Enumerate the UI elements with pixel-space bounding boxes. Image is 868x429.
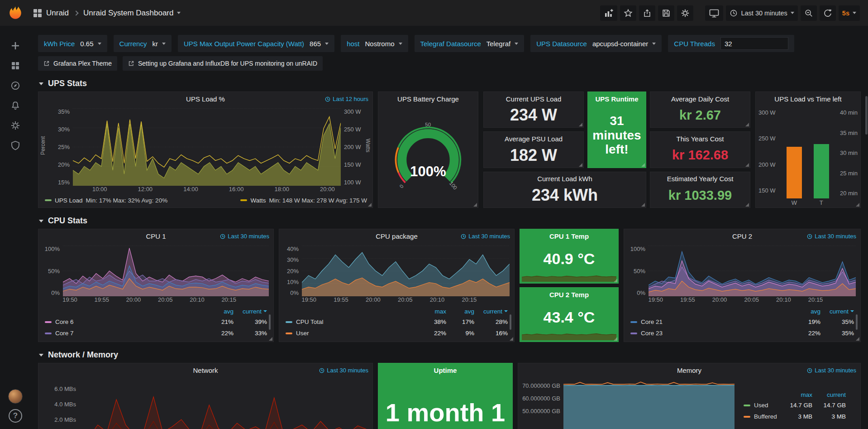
bar-time-left[interactable] <box>814 144 829 198</box>
cpu-threads-input[interactable] <box>720 37 788 50</box>
time-range-picker[interactable]: Last 30 minutes <box>726 5 797 21</box>
legend-series-toggle[interactable]: Core 23 <box>630 330 792 337</box>
panel-title[interactable]: Uptime <box>434 366 457 374</box>
sidebar-item-dashboards[interactable] <box>5 56 25 76</box>
sidebar-item-server-admin[interactable] <box>5 135 25 155</box>
cycle-view-mode-button[interactable] <box>705 5 723 21</box>
legend-sort-max[interactable]: max <box>418 308 446 315</box>
dashboard-link-grafana-plex-theme[interactable]: Grafana Plex Theme <box>38 56 117 71</box>
legend-sort-max[interactable]: max <box>779 391 812 398</box>
save-dashboard-button[interactable] <box>658 5 674 21</box>
section-header-network-memory[interactable]: Network / Memory <box>39 350 861 360</box>
add-panel-button[interactable] <box>600 5 617 21</box>
legend-scrollbar[interactable] <box>856 314 858 330</box>
share-dashboard-button[interactable] <box>639 5 655 21</box>
legend-series-toggle[interactable]: Core 6 <box>45 318 205 325</box>
panel-title[interactable]: UPS Load % <box>186 95 225 103</box>
panel-title[interactable]: Current UPS Load <box>506 95 562 103</box>
variable-value-dropdown[interactable]: 865 <box>310 40 329 48</box>
sidebar-item-create[interactable] <box>5 36 25 56</box>
panel-title[interactable]: CPU package <box>376 232 418 240</box>
variable-value-dropdown[interactable]: 0.65 <box>80 40 101 48</box>
ups-stats-row: UPS Load % Last 12 hours Percent 35%30%2… <box>38 92 861 208</box>
star-dashboard-button[interactable] <box>620 5 636 21</box>
chart-area: 40%30%20%10%0% <box>279 243 514 296</box>
sidebar-item-configuration[interactable] <box>5 116 25 135</box>
legend-marker <box>744 416 750 418</box>
refresh-button[interactable] <box>820 5 836 21</box>
legend-series-toggle[interactable]: Buffered <box>744 413 779 420</box>
cpu1-chart-plot[interactable] <box>63 246 269 296</box>
legend-sort-avg[interactable]: avg <box>205 308 234 315</box>
section-header-cpu-stats[interactable]: CPU Stats <box>39 216 861 226</box>
legend-series-toggle[interactable]: CPU Total <box>286 318 418 325</box>
panel-title[interactable]: CPU 1 Temp <box>549 232 589 240</box>
panel-title[interactable]: UPS Battery Charge <box>397 95 459 103</box>
panel-legend: avg current Core 21 19% 35% Core 23 22% … <box>630 306 854 339</box>
panel-title[interactable]: CPU 2 <box>732 232 752 240</box>
panel-title[interactable]: Estimated Yearly Cost <box>667 175 734 183</box>
legend-series-toggle[interactable]: Core 7 <box>45 330 205 337</box>
panel-title[interactable]: UPS Runtime <box>595 95 638 103</box>
cpu-package-chart-plot[interactable] <box>302 246 510 296</box>
panel-current-ups-load: Current UPS Load 234 W <box>483 92 584 128</box>
x-axis: 19:50 19:55 20:00 20:05 20:10 20:15 <box>64 296 269 305</box>
legend-series-toggle[interactable]: Core 21 <box>630 318 792 325</box>
help-button[interactable]: ? <box>9 409 22 423</box>
cpu2-chart-plot[interactable] <box>649 246 856 296</box>
legend-series-ups-load[interactable]: UPS Load Min: 17% Max: 32% Avg: 20% <box>45 197 167 204</box>
panel-title[interactable]: CPU 1 <box>146 232 166 240</box>
legend-sort-avg[interactable]: avg <box>792 308 820 315</box>
legend-scrollbar[interactable] <box>269 314 271 330</box>
legend-series-toggle[interactable]: Used <box>744 402 779 409</box>
page-scrollbar[interactable] <box>865 96 868 135</box>
panel-title[interactable]: Average Daily Cost <box>671 95 729 103</box>
dashboard-title-dropdown[interactable]: Unraid System Dashboard <box>83 9 181 18</box>
grafana-logo[interactable] <box>0 0 31 26</box>
panel-cpu-1: CPU 1 Last 30 minutes 100%50%0% 19:5 <box>38 229 274 342</box>
dashboard-link-ups-monitoring-guide[interactable]: Setting up Grafana and InfluxDB for UPS … <box>123 56 323 71</box>
legend-sort-current[interactable]: current <box>234 308 267 315</box>
memory-chart-plot[interactable] <box>563 380 734 429</box>
panel-title[interactable]: Average PSU Load <box>505 135 563 143</box>
panel-title[interactable]: Current Load kWh <box>537 175 592 183</box>
stat-value: 234 W <box>510 106 557 124</box>
panel-title[interactable]: Network <box>193 366 218 374</box>
refresh-interval-dropdown[interactable]: 5s <box>839 5 860 21</box>
variable-cpu-threads: CPU Threads <box>668 35 794 52</box>
panel-title[interactable]: This Years Cost <box>676 135 724 143</box>
navbar-actions: Last 30 minutes 5s <box>600 5 860 21</box>
legend-scrollbar[interactable] <box>510 314 511 330</box>
bar-chart-plot[interactable]: W T <box>778 108 837 207</box>
panel-title[interactable]: Memory <box>677 366 701 374</box>
ups-stat-panels: Current UPS Load 234 W UPS Runtime 31 mi… <box>483 92 750 208</box>
variable-value-dropdown[interactable]: Nostromo <box>365 40 402 48</box>
legend-sort-current[interactable]: current <box>474 308 508 315</box>
panel-title[interactable]: UPS Load vs Time left <box>774 95 841 103</box>
legend-marker <box>45 199 52 201</box>
sidebar-item-alerting[interactable] <box>5 96 25 116</box>
legend-sort-current[interactable]: current <box>812 391 846 398</box>
variable-value-dropdown[interactable]: apcupsd-container <box>592 40 656 48</box>
panel-time-override: Last 30 minutes <box>220 233 269 240</box>
variable-value-dropdown[interactable]: kr <box>152 40 166 48</box>
section-header-ups-stats[interactable]: UPS Stats <box>39 79 861 88</box>
legend-sort-avg[interactable]: avg <box>446 308 474 315</box>
panel-this-years-cost: This Years Cost kr 162.68 <box>650 131 750 168</box>
panel-title[interactable]: CPU 2 Temp <box>549 291 589 299</box>
battery-gauge: 0 50 100 100% <box>378 106 478 207</box>
legend-sort-current[interactable]: current <box>820 308 854 315</box>
zoom-out-time-button[interactable] <box>801 5 817 21</box>
ups-load-chart-plot[interactable] <box>73 108 341 186</box>
bar-watts[interactable] <box>787 147 802 198</box>
variable-value-dropdown[interactable]: Telegraf <box>486 40 518 48</box>
legend-series-watts[interactable]: Watts Min: 148 W Max: 278 W Avg: 175 W <box>240 197 367 204</box>
network-chart-plot[interactable] <box>79 380 367 429</box>
breadcrumb-folder[interactable]: Unraid <box>46 9 69 18</box>
sidebar-item-explore[interactable] <box>5 76 25 96</box>
legend-series-toggle[interactable]: User <box>286 330 418 337</box>
dashboards-grid-icon[interactable] <box>33 9 42 17</box>
user-avatar[interactable] <box>8 389 23 404</box>
zoom-out-icon <box>804 9 813 18</box>
dashboard-settings-button[interactable] <box>677 5 693 21</box>
